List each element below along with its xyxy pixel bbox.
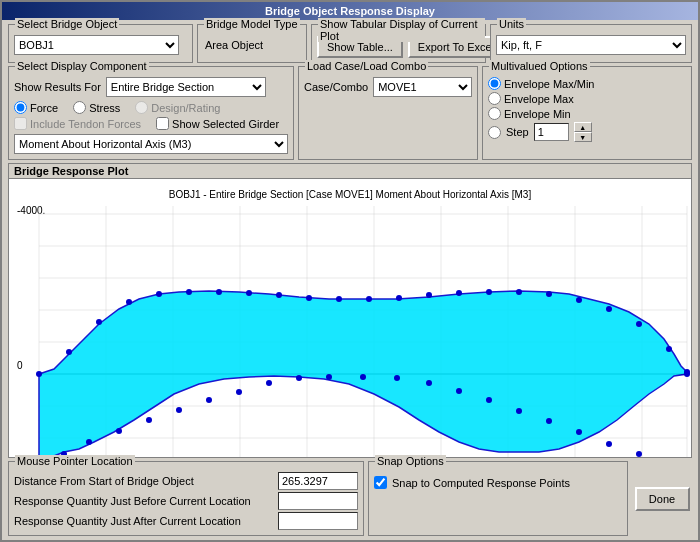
force-label: Force [30,102,58,114]
distance-label: Distance From Start of Bridge Object [14,475,194,487]
load-case-label: Load Case/Load Combo [305,60,428,72]
svg-point-43 [636,321,642,327]
after-input[interactable] [278,512,358,530]
envelope-maxmin-radio[interactable] [488,77,501,90]
svg-point-61 [486,397,492,403]
plot-subtitle: BOBJ1 - Entire Bridge Section [Case MOVE… [169,189,532,200]
design-label: Design/Rating [151,102,220,114]
units-group: Units Kip, ft, F [490,24,692,63]
snap-label: Snap to Computed Response Points [392,477,570,489]
stress-radio[interactable] [73,101,86,114]
multivalued-label: Multivalued Options [489,60,590,72]
svg-point-27 [156,291,162,297]
design-radio[interactable] [135,101,148,114]
include-tendon-label: Include Tendon Forces [30,118,141,130]
svg-point-49 [116,428,122,434]
svg-point-48 [86,439,92,445]
svg-point-59 [426,380,432,386]
include-tendon-checkbox[interactable] [14,117,27,130]
svg-point-29 [216,289,222,295]
moment-select[interactable]: Moment About Horizontal Axis (M3) [14,134,288,154]
multivalued-group: Multivalued Options Envelope Max/Min Env… [482,66,692,160]
svg-point-36 [426,292,432,298]
snap-checkbox[interactable] [374,476,387,489]
case-combo-label: Case/Combo [304,81,368,93]
mouse-pointer-label: Mouse Pointer Location [15,455,135,467]
bridge-object-select[interactable]: BOBJ1 [14,35,179,55]
svg-point-34 [366,296,372,302]
show-girder-checkbox[interactable] [156,117,169,130]
step-radio[interactable] [488,126,501,139]
envelope-max-label: Envelope Max [504,93,574,105]
after-label: Response Quantity Just After Current Loc… [14,515,241,527]
snap-options-group: Snap Options Snap to Computed Response P… [368,461,628,536]
envelope-max-radio[interactable] [488,92,501,105]
y-neg-label: -4000. [17,205,45,216]
svg-point-39 [516,289,522,295]
main-window: Bridge Object Response Display Select Br… [0,0,700,542]
svg-point-37 [456,290,462,296]
svg-point-58 [394,375,400,381]
step-down-button[interactable]: ▼ [574,132,592,142]
step-label: Step [506,126,529,138]
svg-point-42 [606,306,612,312]
svg-point-65 [606,441,612,447]
svg-point-26 [126,299,132,305]
window-title: Bridge Object Response Display [265,5,435,17]
svg-point-57 [360,374,366,380]
svg-point-68 [684,371,690,377]
before-input[interactable] [278,492,358,510]
svg-point-64 [576,429,582,435]
svg-point-40 [546,291,552,297]
svg-point-32 [306,295,312,301]
svg-point-35 [396,295,402,301]
load-case-group: Load Case/Load Combo Case/Combo MOVE1 [298,66,478,160]
force-radio[interactable] [14,101,27,114]
snap-options-label: Snap Options [375,455,446,467]
show-results-label: Show Results For [14,81,101,93]
bridge-model-value: Area Object [203,37,301,53]
svg-point-51 [176,407,182,413]
svg-point-52 [206,397,212,403]
done-area: Done [632,461,692,536]
svg-point-31 [276,292,282,298]
svg-point-44 [666,346,672,352]
svg-point-24 [66,349,72,355]
svg-point-63 [546,418,552,424]
envelope-maxmin-label: Envelope Max/Min [504,78,595,90]
before-label: Response Quantity Just Before Current Lo… [14,495,251,507]
svg-point-25 [96,319,102,325]
svg-point-30 [246,290,252,296]
bridge-model-group: Bridge Model Type Area Object [197,24,307,63]
stress-label: Stress [89,102,120,114]
show-results-select[interactable]: Entire Bridge Section [106,77,266,97]
y-zero-label: 0 [17,360,23,371]
envelope-min-radio[interactable] [488,107,501,120]
svg-point-53 [236,389,242,395]
plot-area: Bridge Response Plot BOBJ1 - Entire Brid… [8,163,692,458]
show-girder-label: Show Selected Girder [172,118,279,130]
select-bridge-label: Select Bridge Object [15,18,119,30]
display-component-group: Select Display Component Show Results Fo… [8,66,294,160]
step-input[interactable] [534,123,569,141]
svg-point-38 [486,289,492,295]
svg-point-54 [266,380,272,386]
svg-point-33 [336,296,342,302]
show-tabular-label: Show Tabular Display of Current Plot [318,18,485,42]
svg-point-55 [296,375,302,381]
envelope-min-label: Envelope Min [504,108,571,120]
svg-point-66 [636,451,642,457]
mouse-pointer-group: Mouse Pointer Location Distance From Sta… [8,461,364,536]
svg-point-56 [326,374,332,380]
select-bridge-group: Select Bridge Object BOBJ1 [8,24,193,63]
done-button[interactable]: Done [635,487,690,511]
units-select[interactable]: Kip, ft, F [496,35,686,55]
plot-title: Bridge Response Plot [9,164,691,179]
svg-point-60 [456,388,462,394]
distance-input[interactable] [278,472,358,490]
display-component-label: Select Display Component [15,60,149,72]
step-up-button[interactable]: ▲ [574,122,592,132]
units-label: Units [497,18,526,30]
case-combo-select[interactable]: MOVE1 [373,77,472,97]
show-tabular-group: Show Tabular Display of Current Plot Sho… [311,24,486,63]
